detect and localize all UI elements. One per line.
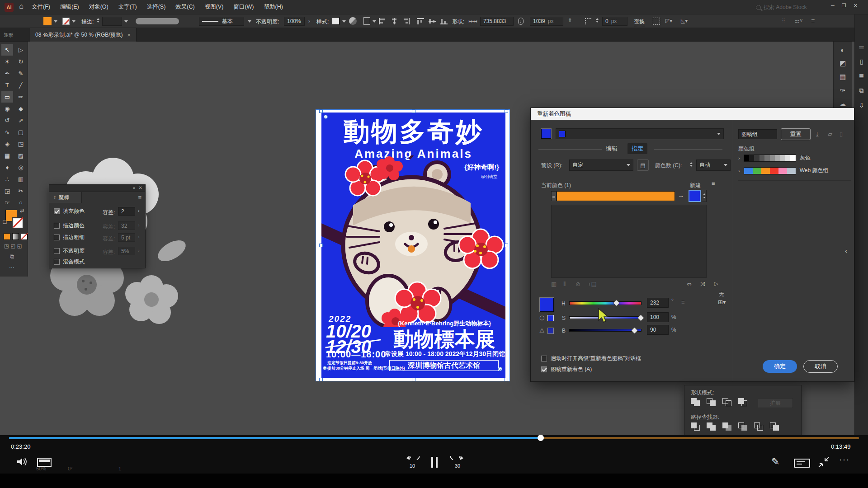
paintbrush-tool[interactable]: ✏ [15, 91, 27, 103]
opacity-field[interactable]: 100% [284, 17, 305, 26]
hue-slider-handle[interactable] [613, 300, 620, 307]
slice-tool[interactable]: ✂ [15, 185, 27, 197]
menu-effect[interactable]: 效果(C) [173, 2, 197, 12]
fill-color-checkbox[interactable] [54, 208, 60, 214]
corner-radius-icon[interactable] [585, 18, 591, 24]
color-row-drag-handle[interactable] [551, 191, 557, 201]
opacity-more-icon[interactable]: › [308, 18, 310, 24]
home-icon[interactable]: ⌂ [16, 2, 26, 12]
color-count-stepper[interactable] [690, 162, 693, 167]
rectangle-tool[interactable]: ▭ [1, 91, 13, 103]
base-color-swatch[interactable] [541, 129, 551, 139]
selection-tool[interactable]: ↖ [1, 44, 13, 56]
document-setup-icon[interactable] [363, 17, 370, 25]
stroke-style-chevron-icon[interactable] [248, 20, 251, 23]
recolor-art-checkbox[interactable] [541, 366, 547, 372]
link-dimensions-icon[interactable] [518, 18, 524, 25]
selection-handle-sw[interactable] [319, 378, 323, 381]
shape-builder-tool[interactable]: ◈ [1, 138, 13, 150]
eyedropper-tool[interactable]: ♦ [1, 162, 13, 173]
color-panel-icon[interactable]: ◐ [840, 46, 844, 54]
volume-icon[interactable] [16, 457, 28, 467]
artboard-tool[interactable]: ◲ [1, 185, 13, 197]
corner-radius-field[interactable]: 0px [602, 17, 627, 26]
scale-tool[interactable]: ⇗ [15, 115, 27, 126]
stroke-style-select[interactable]: 基本 [199, 17, 244, 26]
merge-icon[interactable] [722, 422, 733, 432]
width-tool[interactable]: ∿ [1, 127, 13, 138]
dialog-title-bar[interactable]: 重新着色图稿 [531, 108, 854, 120]
menu-object[interactable]: 对象(O) [86, 2, 111, 12]
unite-icon[interactable] [691, 398, 702, 407]
none-mode-button[interactable] [21, 233, 28, 240]
free-transform-icon[interactable] [653, 18, 660, 25]
magic-wand-tab[interactable]: ⇕ 魔棒 [49, 192, 82, 203]
cancel-button[interactable]: 取消 [803, 360, 838, 373]
menu-view[interactable]: 视图(V) [202, 2, 226, 12]
selection-handle-se[interactable] [505, 378, 508, 381]
stroke-weight-chevron-icon[interactable] [124, 20, 128, 23]
color-mode-button[interactable] [4, 233, 10, 240]
poster-artwork[interactable]: 動物多奇妙 Amazing Animals {好神奇啊!} @付璃堂 [321, 113, 505, 378]
pause-button[interactable] [431, 457, 438, 468]
menu-edit[interactable]: 编辑(E) [57, 2, 82, 12]
column-graph-tool[interactable]: ▥ [15, 174, 27, 185]
divide-icon[interactable] [691, 422, 702, 432]
stroke-weight-field[interactable] [102, 17, 122, 26]
document-tab[interactable]: 08-色彩录制.ai* @ 50 % (RGB/预览) × [30, 28, 137, 42]
intersect-icon[interactable] [722, 398, 733, 407]
open-advanced-checkbox[interactable] [541, 356, 547, 361]
opacity-checkbox[interactable] [54, 248, 60, 254]
minus-front-icon[interactable] [707, 398, 717, 407]
forward-30-icon[interactable]: 30 [450, 456, 465, 469]
swap-fill-stroke-icon[interactable]: ⇄ [20, 208, 24, 214]
exit-fullscreen-icon[interactable] [817, 456, 830, 469]
reset-button[interactable]: 重置 [781, 128, 811, 140]
align-bottom-icon[interactable] [440, 18, 448, 24]
keyboard-icon[interactable] [794, 459, 810, 468]
outline-icon[interactable] [754, 422, 765, 432]
selection-handle-w[interactable] [319, 244, 323, 247]
perspective-grid-tool[interactable]: ◳ [15, 138, 27, 150]
curvature-tool[interactable]: ✎ [15, 68, 27, 79]
menu-file[interactable]: 文件(F) [29, 2, 53, 12]
style-chevron-icon[interactable] [342, 20, 346, 23]
brushes-panel-icon[interactable]: ✑ [840, 86, 846, 94]
align-left-icon[interactable] [379, 18, 386, 24]
artboards-panel-icon[interactable]: ⧉ [859, 87, 864, 94]
collapse-panel-icon[interactable]: « [132, 185, 135, 190]
menu-select[interactable]: 选择(S) [144, 2, 169, 12]
live-shape-widget-left[interactable] [323, 366, 327, 370]
close-panel-icon[interactable]: ✕ [139, 185, 142, 190]
lasso-tool[interactable]: ↻ [15, 56, 27, 67]
color-assignment-list[interactable] [551, 205, 707, 278]
tolerance-field-0[interactable]: 2 [118, 207, 135, 216]
symbol-sprayer-tool[interactable]: ∴ [1, 174, 13, 185]
stroke-color-control[interactable] [13, 218, 23, 228]
color-group-row-gray[interactable]: › 灰色 [738, 154, 811, 162]
ok-button[interactable]: 确定 [763, 360, 797, 373]
color-group-row-web[interactable]: › Web 颜色组 [738, 167, 828, 174]
shape-height-field[interactable]: 1039px [530, 17, 563, 26]
default-fill-stroke-icon[interactable]: ❏ [3, 220, 7, 225]
direct-selection-tool[interactable]: ▷ [15, 44, 27, 56]
click-colors-icon[interactable]: ⬄ [687, 281, 692, 287]
video-progress-handle[interactable] [538, 435, 544, 441]
annotate-pencil-icon[interactable]: ✎ [771, 456, 779, 468]
new-color-spinner[interactable] [702, 190, 707, 202]
color-picker-grid-icon[interactable]: ⊞▾ [718, 299, 726, 305]
live-shape-widget-top[interactable] [324, 115, 328, 119]
selection-handle-s[interactable] [412, 378, 415, 381]
transform-link[interactable]: 变换 [634, 18, 645, 26]
properties-panel-icon[interactable]: ⚌ [859, 43, 864, 51]
type-tool[interactable]: T [1, 80, 13, 91]
slider-mode-menu-icon[interactable]: ≡ [681, 299, 685, 305]
window-close-button[interactable]: ✕ [854, 3, 858, 9]
gradient-tool[interactable]: ▨ [15, 150, 27, 161]
free-transform-tool[interactable]: ▢ [15, 127, 27, 138]
video-progress-track[interactable] [9, 437, 859, 439]
gradient-panel-icon[interactable]: ◩ [840, 59, 846, 67]
stroke-weight-checkbox[interactable] [54, 235, 60, 240]
h-field[interactable]: 232 [647, 298, 669, 308]
align-middle-icon[interactable] [429, 18, 436, 24]
